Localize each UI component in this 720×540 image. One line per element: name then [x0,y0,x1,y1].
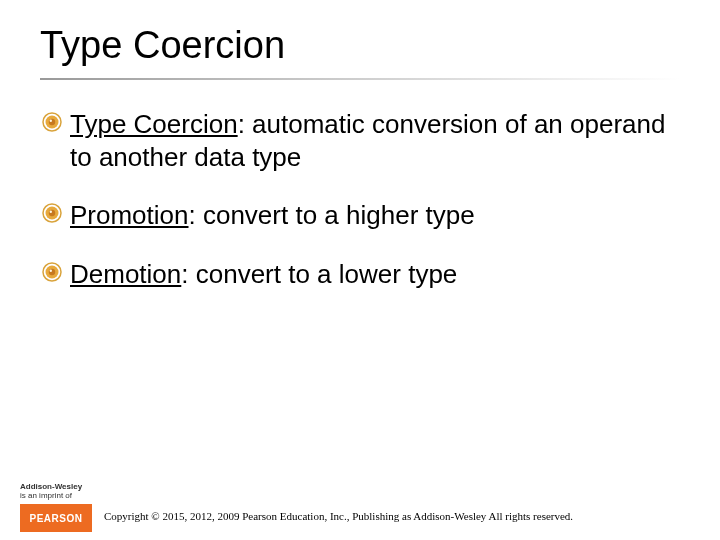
aw-name: Addison-Wesley [20,482,82,491]
bullet-icon [42,203,62,223]
bullet-icon [42,262,62,282]
list-item: Promotion: convert to a higher type [70,199,670,232]
list-item: Demotion: convert to a lower type [70,258,670,291]
term: Demotion [70,259,181,289]
footer: Addison-Wesley is an imprint of PEARSON … [0,458,720,540]
svg-point-10 [49,268,55,274]
copyright-text: Copyright © 2015, 2012, 2009 Pearson Edu… [104,510,573,522]
aw-sub: is an imprint of [20,491,82,500]
addison-wesley-block: Addison-Wesley is an imprint of [20,482,82,500]
term: Type Coercion [70,109,238,139]
svg-point-7 [50,211,52,213]
svg-point-6 [49,210,55,216]
pearson-text: PEARSON [30,513,83,524]
bullet-icon [42,112,62,132]
content-area: Type Coercion: automatic conversion of a… [70,108,670,316]
pearson-logo: PEARSON [20,504,92,532]
svg-point-2 [49,119,55,125]
term: Promotion [70,200,189,230]
svg-point-11 [50,269,52,271]
svg-point-3 [50,120,52,122]
list-item: Type Coercion: automatic conversion of a… [70,108,670,173]
definition: : convert to a lower type [181,259,457,289]
title-divider [40,78,680,80]
definition: : convert to a higher type [189,200,475,230]
slide-title: Type Coercion [40,24,285,67]
